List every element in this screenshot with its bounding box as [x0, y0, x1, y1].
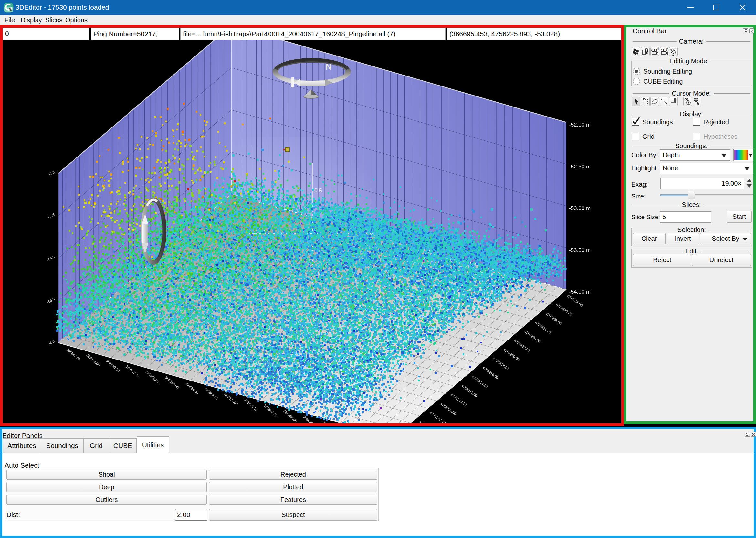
svg-text:N: N — [657, 48, 659, 51]
svg-text:E: E — [666, 48, 668, 51]
